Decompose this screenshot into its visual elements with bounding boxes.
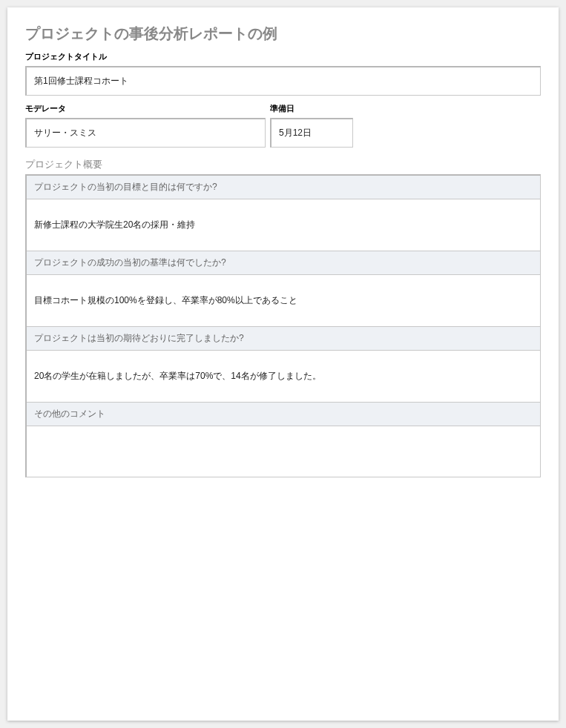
- question-header: プロジェクトは当初の期待どおりに完了しましたか?: [27, 327, 540, 351]
- overview-table: プロジェクトの当初の目標と目的は何ですか? 新修士課程の大学院生20名の採用・維…: [25, 174, 541, 477]
- question-header: プロジェクトの成功の当初の基準は何でしたか?: [27, 251, 540, 275]
- moderator-field[interactable]: サリー・スミス: [25, 118, 266, 148]
- meta-row: モデレータ サリー・スミス 準備日 5月12日: [25, 103, 541, 148]
- answer-cell[interactable]: [27, 426, 540, 477]
- moderator-label: モデレータ: [25, 103, 266, 114]
- project-title-field[interactable]: 第1回修士課程コホート: [25, 66, 541, 96]
- answer-cell[interactable]: 目標コホート規模の100%を登録し、卒業率が80%以上であること: [27, 275, 540, 327]
- question-header: その他のコメント: [27, 403, 540, 426]
- project-title-label: プロジェクトタイトル: [25, 51, 541, 62]
- document-page: プロジェクトの事後分析レポートの例 プロジェクトタイトル 第1回修士課程コホート…: [7, 7, 559, 721]
- prep-date-label: 準備日: [270, 103, 353, 114]
- question-header: プロジェクトの当初の目標と目的は何ですか?: [27, 176, 540, 199]
- prep-date-field[interactable]: 5月12日: [270, 118, 353, 148]
- answer-cell[interactable]: 新修士課程の大学院生20名の採用・維持: [27, 199, 540, 251]
- overview-section-title: プロジェクト概要: [25, 158, 541, 171]
- answer-cell[interactable]: 20名の学生が在籍しましたが、卒業率は70%で、14名が修了しました。: [27, 351, 540, 403]
- page-title: プロジェクトの事後分析レポートの例: [25, 24, 541, 44]
